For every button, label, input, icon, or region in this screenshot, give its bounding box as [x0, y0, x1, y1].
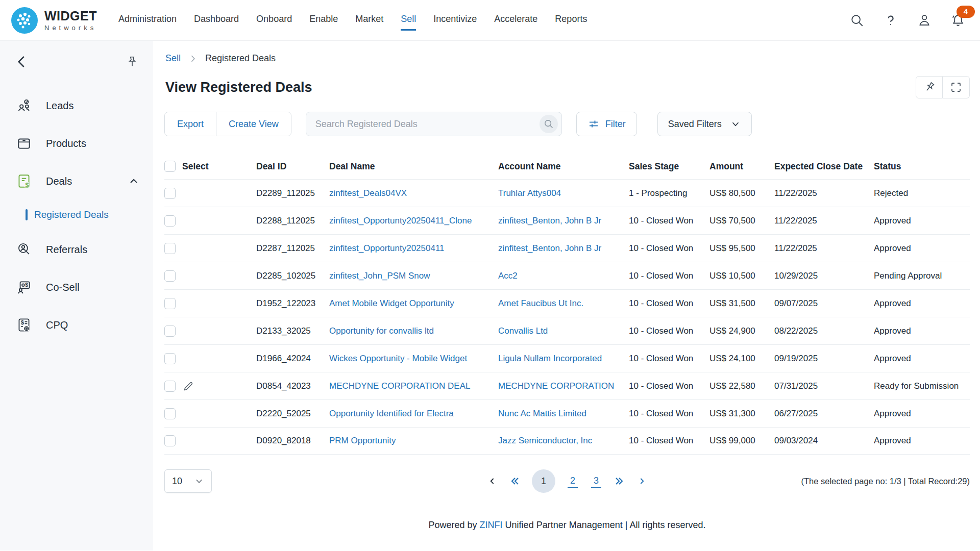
breadcrumb-sell-link[interactable]: Sell: [165, 53, 181, 64]
footer-brand-link[interactable]: ZINFI: [480, 520, 503, 530]
row-checkbox[interactable]: [164, 353, 176, 364]
export-button[interactable]: Export: [165, 112, 216, 136]
table-row: D2285_102025 zinfitest_John_PSM Snow Acc…: [164, 262, 970, 289]
topnav-item[interactable]: Market: [355, 10, 383, 31]
sidebar-item-deals[interactable]: $ Deals: [0, 162, 153, 200]
sidebar-item-co-sell[interactable]: $ Co-Sell: [0, 268, 153, 306]
sidebar-item-products[interactable]: Products: [0, 124, 153, 162]
sidebar-item-referrals[interactable]: Referrals: [0, 231, 153, 268]
topnav-item[interactable]: Onboard: [256, 10, 292, 31]
account-name-link[interactable]: Nunc Ac Mattis Limited: [498, 409, 586, 418]
account-name-link[interactable]: zinfitest_Benton, John B Jr: [498, 243, 601, 253]
user-icon[interactable]: [917, 13, 932, 28]
row-checkbox[interactable]: [164, 298, 176, 309]
account-name-link[interactable]: Acc2: [498, 271, 518, 281]
topnav-item[interactable]: Accelerate: [494, 10, 537, 31]
account-name-link[interactable]: zinfitest_Benton, John B Jr: [498, 216, 601, 226]
topnav-item[interactable]: Enable: [309, 10, 338, 31]
brand-logo[interactable]: WIDGET Networks: [11, 7, 97, 34]
status-cell: Approved: [874, 326, 970, 336]
deal-name-link[interactable]: zinfitest_Deals04VX: [329, 188, 407, 198]
row-checkbox[interactable]: [164, 408, 176, 419]
account-name-link[interactable]: Amet Faucibus Ut Inc.: [498, 298, 583, 308]
deal-name-link[interactable]: zinfitest_John_PSM Snow: [329, 271, 430, 281]
last-page-icon[interactable]: [611, 473, 627, 489]
deal-name-link[interactable]: MECHDYNE CORPORATION DEAL: [329, 381, 470, 391]
topnav-item[interactable]: Dashboard: [194, 10, 239, 31]
edit-icon[interactable]: [182, 380, 194, 392]
deal-name-link[interactable]: Wickes Opportunity - Mobile Widget: [329, 354, 467, 363]
page-button-1[interactable]: 1: [532, 469, 555, 493]
saved-filters-label: Saved Filters: [668, 119, 722, 130]
topnav-item[interactable]: Administration: [118, 10, 177, 31]
topnav-item-label: Market: [355, 14, 383, 24]
row-checkbox[interactable]: [164, 381, 176, 392]
close-date-cell: 06/27/2025: [774, 409, 874, 419]
page-button-2[interactable]: 2: [568, 474, 578, 488]
deal-name-link[interactable]: zinfitest_Opportunty20250411_Clone: [329, 216, 472, 226]
account-name-link[interactable]: Truhlar Attys004: [498, 188, 561, 198]
sidebar-item-label: CPQ: [46, 319, 68, 331]
next-page-icon[interactable]: [634, 473, 649, 489]
account-name-link[interactable]: Jazz Semiconductor, Inc: [498, 436, 592, 445]
help-icon[interactable]: [883, 13, 898, 28]
row-checkbox[interactable]: [164, 188, 176, 199]
notifications-bell-icon[interactable]: 4: [950, 13, 966, 28]
topnav-item-label: Sell: [401, 14, 416, 24]
deal-name-link[interactable]: Amet Mobile Widget Opportunity: [329, 298, 454, 308]
products-icon: [15, 135, 33, 152]
account-name-link[interactable]: MECHDYNE CORPORATION: [498, 381, 614, 391]
svg-text:$: $: [21, 319, 24, 325]
account-name-link[interactable]: Ligula Nullam Incorporated: [498, 354, 602, 363]
footer-suffix: Unified Partner Management | All rights …: [505, 520, 706, 530]
network-dots-logo-icon: [11, 7, 38, 34]
topbar-icons: 4: [849, 13, 966, 28]
sidebar-item-leads[interactable]: Leads: [0, 87, 153, 124]
sidebar-collapse-button[interactable]: [14, 54, 30, 69]
search-input[interactable]: [315, 119, 540, 130]
row-checkbox[interactable]: [164, 243, 176, 254]
sidebar-item-cpq[interactable]: $ CPQ: [0, 306, 153, 344]
search-box[interactable]: [306, 112, 562, 136]
export-createview-group: Export Create View: [164, 112, 291, 136]
deal-name-link[interactable]: PRM Opportunity: [329, 436, 396, 445]
footer-prefix: Powered by: [429, 520, 477, 530]
row-checkbox[interactable]: [164, 325, 176, 337]
create-view-button[interactable]: Create View: [216, 112, 291, 136]
table-row: D2133_32025 Opportunity for convallis lt…: [164, 317, 970, 344]
deal-id-cell: D2289_112025: [256, 188, 329, 198]
topnav-item[interactable]: Sell: [401, 10, 416, 31]
account-name-link[interactable]: Convallis Ltd: [498, 326, 548, 336]
deal-name-link[interactable]: Opportunity Identified for Electra: [329, 409, 454, 418]
saved-filters-button[interactable]: Saved Filters: [657, 112, 752, 136]
row-checkbox[interactable]: [164, 270, 176, 282]
sidebar: Leads Products $: [0, 41, 153, 550]
pin-page-button[interactable]: [916, 76, 943, 98]
select-all-checkbox[interactable]: [164, 161, 176, 172]
close-date-cell: 09/19/2025: [774, 354, 874, 364]
deal-name-link[interactable]: Opportunity for convallis ltd: [329, 326, 434, 336]
page-size-select[interactable]: 10: [164, 469, 212, 493]
row-checkbox[interactable]: [164, 215, 176, 227]
table-row: D2288_112025 zinfitest_Opportunty2025041…: [164, 207, 970, 234]
topnav-item[interactable]: Incentivize: [433, 10, 477, 31]
sidebar-item-registered-deals[interactable]: Registered Deals: [0, 202, 153, 228]
expand-fullscreen-button[interactable]: [943, 76, 970, 98]
first-page-icon[interactable]: [507, 473, 523, 489]
table-row: D2287_112025 zinfitest_Opportunty2025041…: [164, 234, 970, 262]
chevron-up-icon[interactable]: [128, 175, 140, 187]
search-submit-icon[interactable]: [540, 115, 558, 133]
filter-button[interactable]: Filter: [576, 112, 637, 136]
deals-icon: $: [15, 172, 33, 190]
prev-page-icon[interactable]: [485, 473, 500, 489]
sidebar-pin-icon[interactable]: [126, 55, 139, 68]
row-checkbox[interactable]: [164, 435, 176, 446]
page-button-3[interactable]: 3: [591, 474, 601, 488]
sidebar-menu: Leads Products $: [0, 87, 153, 344]
topnav-item[interactable]: Reports: [555, 10, 587, 31]
deal-name-link[interactable]: zinfitest_Opportunty20250411: [329, 243, 445, 253]
search-icon[interactable]: [849, 13, 865, 28]
sidebar-subitem-label: Registered Deals: [34, 209, 109, 220]
column-deal-id: Deal ID: [256, 161, 329, 172]
close-date-cell: 09/07/2025: [774, 298, 874, 309]
